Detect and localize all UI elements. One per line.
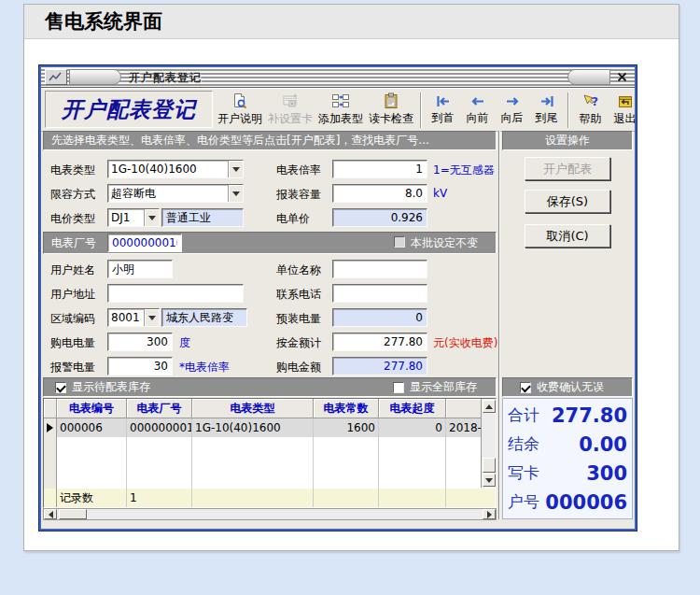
column-header: 电表起度 (379, 399, 446, 418)
area-code-label: 区域编码 (50, 311, 95, 327)
capacity-input[interactable] (332, 184, 427, 203)
price-type-label: 电价类型 (50, 211, 95, 227)
panel-divider (498, 131, 500, 519)
exit-icon (616, 93, 635, 110)
table-horizontal-scrollbar[interactable] (43, 508, 497, 520)
area-desc: 城东人民路变 (161, 308, 247, 327)
alarm-energy-label: 报警电量 (50, 360, 95, 375)
confirm-checkbox[interactable] (520, 382, 531, 393)
address-input[interactable] (107, 284, 244, 303)
meter-ratio-input[interactable] (332, 160, 427, 178)
price-type-select[interactable]: DJ1 (107, 208, 160, 227)
org-name-input[interactable] (332, 260, 427, 278)
user-name-label: 用户姓名 (50, 262, 95, 278)
batch-checkbox-label: 本批设定不变 (411, 235, 478, 251)
purchase-energy-input[interactable] (107, 333, 173, 351)
toolbar-separator (567, 92, 569, 128)
save-button[interactable]: 保存(S) (525, 190, 610, 213)
nav-first-button[interactable]: 到首 (426, 92, 460, 128)
help-button[interactable]: ? 帮助 (573, 92, 608, 129)
doc-search-icon (231, 92, 249, 110)
amount-input[interactable] (332, 333, 427, 351)
meter-table: 电表编号 电表厂号 电表类型 电表常数 电表起度 000006 00000000… (43, 398, 497, 508)
nav-prev-button[interactable]: 向前 (460, 92, 495, 128)
summary-value: 0.00 (579, 433, 627, 456)
cell-meter-constant: 1600 (314, 418, 379, 437)
summary-value: 300 (586, 462, 627, 485)
scroll-up-button[interactable] (483, 400, 496, 413)
arrow-left-icon (469, 93, 487, 109)
phone-input[interactable] (332, 284, 427, 303)
toolbar-button-label: 读卡检查 (369, 111, 413, 127)
close-button[interactable] (614, 70, 630, 84)
scroll-down-button[interactable] (483, 474, 496, 487)
empty-cell (314, 437, 379, 489)
nav-last-button[interactable]: 到尾 (529, 92, 564, 128)
empty-cell (379, 437, 446, 489)
unit-price-field: 0.926 (332, 208, 427, 227)
area-code-select[interactable]: 8001 (107, 308, 160, 327)
meter-type-label: 电表类型 (50, 163, 95, 178)
summary-panel: 合计 277.80 结余 0.00 写卡 300 户号 000006 (502, 398, 633, 519)
nav-next-button[interactable]: 向后 (495, 92, 529, 128)
setup-card-button: 补设置卡 (265, 91, 315, 129)
factory-no-input[interactable] (107, 234, 182, 252)
chevron-down-icon[interactable] (144, 309, 159, 326)
chevron-down-icon[interactable] (228, 185, 243, 202)
vertical-scroll-thumb[interactable] (483, 458, 496, 473)
scroll-right-icon (487, 511, 496, 518)
empty-cell (44, 437, 57, 489)
phone-label: 联系电话 (276, 287, 321, 303)
add-meter-type-button[interactable]: 添加表型 (315, 91, 366, 129)
table-vertical-scrollbar[interactable] (481, 399, 496, 488)
scroll-right-button[interactable] (483, 509, 496, 519)
show-all-checkbox[interactable] (393, 382, 404, 393)
toolbar-button-label: 退出 (614, 111, 637, 127)
footer-cell (314, 489, 379, 507)
window-system-icon[interactable] (45, 69, 67, 85)
cell-meter-start: 0 (379, 418, 446, 437)
exit-button[interactable]: 退出 (608, 92, 642, 129)
horizontal-scroll-thumb[interactable] (59, 509, 87, 519)
chevron-down-icon[interactable] (228, 161, 243, 177)
alarm-energy-input[interactable] (107, 357, 173, 375)
dialog-titlebar: 开户配表登记 (41, 67, 635, 88)
summary-label: 户号 (508, 491, 539, 513)
read-card-check-button[interactable]: 读卡检查 (366, 91, 416, 129)
arrow-first-icon (434, 93, 453, 109)
empty-cell (192, 437, 314, 489)
user-name-input[interactable] (107, 260, 173, 278)
footer-cell (379, 489, 446, 507)
batch-checkbox[interactable] (394, 236, 405, 248)
column-header: 电表厂号 (127, 399, 192, 418)
show-pending-label: 显示待配表库存 (72, 378, 150, 396)
summary-write-card: 写卡 300 (508, 460, 627, 488)
purchase-amount-label: 购电金额 (276, 360, 321, 375)
chevron-down-icon[interactable] (144, 209, 159, 226)
window-title: 开户配表登记 (129, 67, 202, 88)
factory-no-label: 电表厂号 (51, 233, 96, 253)
toolbar-button-label: 到尾 (536, 110, 558, 126)
summary-label: 写卡 (508, 462, 539, 484)
footer-cell (192, 489, 314, 507)
table-row[interactable]: 000006 0000000010 1G-10(40)1600 1600 0 2… (44, 418, 496, 437)
confirm-bar: 收费确认无误 (502, 377, 633, 397)
cancel-button[interactable]: 取消(C) (525, 224, 610, 248)
logo-icon (48, 71, 64, 83)
open-instructions-button[interactable]: 开户说明 (215, 91, 265, 129)
limit-mode-select[interactable]: 超容断电 (107, 184, 244, 203)
toolbar-button-label: 向后 (501, 110, 524, 126)
footer-marker-cell (44, 489, 57, 507)
meter-type-select[interactable]: 1G-10(40)1600 (107, 160, 244, 178)
address-label: 用户地址 (50, 287, 95, 303)
scroll-left-button[interactable] (44, 509, 57, 519)
empty-cell (57, 437, 127, 489)
toolbar-button-label: 到首 (432, 110, 455, 126)
toolbar-button-label: 添加表型 (318, 111, 363, 127)
add-type-icon (331, 92, 350, 110)
summary-label: 结余 (508, 433, 539, 455)
row-marker-header (44, 399, 57, 418)
show-pending-checkbox[interactable] (55, 382, 66, 393)
column-header: 电表类型 (192, 399, 314, 418)
meter-type-value: 1G-10(40)1600 (108, 161, 228, 177)
